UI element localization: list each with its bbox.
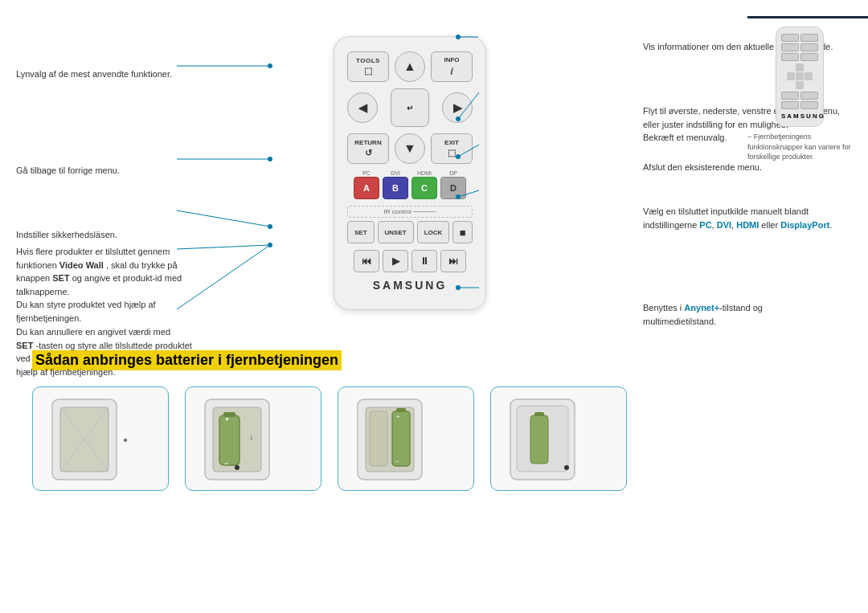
sr-dpad [787,63,813,89]
play-button[interactable]: ▶ [383,250,408,272]
annotation-src: Vælg en tilsluttet inputkilde manuelt bl… [643,205,852,231]
svg-text:+: + [396,413,400,420]
svg-text:−: − [395,458,399,465]
annotation-tilbage: Gå tilbage til forrige menu. [16,165,193,177]
remote-row-2: ◀ ↵ ▶ [347,88,473,127]
source-button-pc[interactable]: A [354,177,379,199]
remote-row-1: TOOLS ⬚ ▲ INFO i [347,51,473,82]
set-button[interactable]: SET [347,221,375,243]
sr-btn-8 [800,92,818,100]
ir-label: IR control ───── [347,206,473,218]
lock-button[interactable]: LOCK [417,221,450,243]
svg-rect-36 [396,408,406,412]
source-labels-row: PC DVI HDMI DP A B C [347,170,473,199]
sr-row-1 [781,34,818,42]
svg-rect-34 [370,411,387,466]
samsung-logo: SAMSUNG [347,279,473,292]
sr-row-2 [781,43,818,51]
battery-img-1: ⬩ [32,386,169,491]
sr-row-4 [781,92,818,100]
battery-svg-3: − + [350,395,462,482]
source-button-dvi[interactable]: B [383,177,408,199]
sr-btn-1 [781,34,799,42]
divider-line [747,16,868,18]
battery-img-3: − + [338,386,474,491]
sr-btn-9 [781,101,799,109]
left-annotations: Lynvalg af de mest anvendte funktioner. … [16,24,193,310]
sr-row-3 [781,53,818,61]
small-remote: SAMSUNG [776,27,824,127]
svg-rect-41 [530,415,548,464]
stop-button[interactable]: ■ [452,221,473,243]
unset-button[interactable]: UNSET [378,221,414,243]
source-button-hdmi[interactable]: C [411,177,437,199]
left-button[interactable]: ◀ [347,92,378,123]
return-button[interactable]: RETURN ↺ [347,133,389,164]
remote-row-3: RETURN ↺ ▼ EXIT ⬚ [347,133,473,164]
fast-forward-button[interactable]: ⏭ [440,250,466,272]
sr-btn-6 [800,53,818,61]
svg-text:+: + [225,415,229,423]
annotation-exit: Afslut den eksisterende menu. [643,161,852,174]
media-row: ⏮ ▶ ⏸ ⏭ [347,250,473,272]
battery-img-4 [490,386,627,491]
svg-rect-26 [219,415,240,465]
sr-row-5 [781,101,818,109]
remote-control: TOOLS ⬚ ▲ INFO i ◀ ↵ ▶ [334,36,486,310]
tools-button[interactable]: TOOLS ⬚ [347,51,389,82]
battery-svg-4 [502,395,615,482]
small-remote-note: − Fjernbetjeningens funktionsknapper kan… [747,132,852,162]
sr-btn-3 [781,43,799,51]
info-button[interactable]: INFO i [431,51,473,82]
up-button[interactable]: ▲ [395,51,425,82]
svg-point-43 [564,465,569,470]
set-row: SET UNSET LOCK ■ [347,221,473,243]
svg-text:−: − [224,460,228,468]
sr-btn-10 [800,101,818,109]
annotation-anynet: Benyttes i Anynet+-tilstand og multimedi… [643,301,852,328]
small-remote-area: SAMSUNG − Fjernbetjeningens funktionskna… [747,16,852,162]
page-wrapper: Lynvalg af de mest anvendte funktioner. … [0,0,868,613]
battery-svg-2: − + ↓ [197,395,309,482]
down-button[interactable]: ▼ [395,133,425,164]
sr-btn-2 [800,34,818,42]
svg-text:↓: ↓ [249,431,254,441]
sr-samsung-label: SAMSUNG [781,112,818,120]
annotation-annullere: Du kan annullere en angivet værdi med SE… [16,325,193,378]
sr-btn-7 [781,92,799,100]
center-button[interactable]: ↵ [391,88,429,127]
rewind-button[interactable]: ⏮ [354,250,379,272]
annotation-lynvalg: Lynvalg af de mest anvendte funktioner. [16,68,193,80]
source-button-dp[interactable]: D [440,177,466,199]
right-button[interactable]: ▶ [442,92,473,123]
sr-btn-4 [800,43,818,51]
sr-btn-5 [781,53,799,61]
pause-button[interactable]: ⏸ [411,250,437,272]
svg-text:⬩: ⬩ [121,429,130,447]
annotation-sikkerhed: Indstiller sikkerhedsläsen. [16,229,193,241]
battery-images: ⬩ − + ↓ [32,386,836,491]
remote-area: TOOLS ⬚ ▲ INFO i ◀ ↵ ▶ [193,24,627,310]
battery-svg-1: ⬩ [44,395,157,482]
top-section: Lynvalg af de mest anvendte funktioner. … [0,0,868,326]
source-row: A B C D [347,177,473,199]
svg-point-31 [235,465,240,470]
annotation-videowall: Hvis flere produkter er tilsluttet genne… [16,245,193,325]
battery-img-2: − + ↓ [185,386,321,491]
exit-button[interactable]: EXIT ⬚ [431,133,473,164]
svg-rect-42 [534,412,544,416]
